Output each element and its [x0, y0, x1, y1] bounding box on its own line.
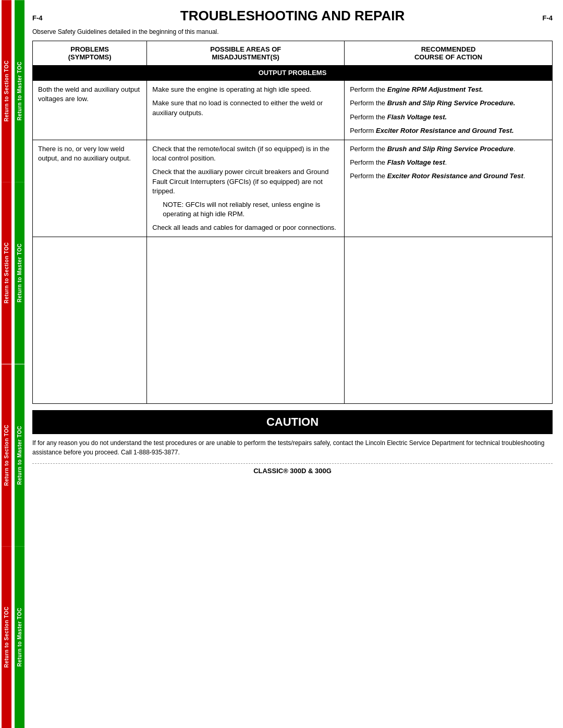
section-header-row: OUTPUT PROBLEMS — [33, 66, 553, 81]
caution-text: If for any reason you do not understand … — [32, 438, 553, 457]
sidebar-return-section-4[interactable]: Return to Section TOC — [2, 546, 11, 728]
table-row: There is no, or very low weld output, an… — [33, 140, 553, 237]
page-number-left: F-4 — [32, 14, 43, 22]
section-header-cell: OUTPUT PROBLEMS — [33, 66, 553, 81]
action-bold-4: Exciter Rotor Resistance and Ground Test… — [376, 127, 514, 134]
empty-cell-3 — [345, 237, 553, 404]
problem-cell-2: There is no, or very low weld output, an… — [33, 140, 147, 237]
sidebar-return-section-2[interactable]: Return to Section TOC — [2, 182, 11, 364]
sidebar-return-master-2[interactable]: Return to Master TOC — [15, 182, 25, 364]
caution-box: CAUTION — [32, 410, 553, 434]
sidebar-col-1: Return to Section TOC Return to Section … — [0, 0, 13, 728]
sidebar-return-master-4[interactable]: Return to Master TOC — [15, 546, 25, 728]
page-header: F-4 TROUBLESHOOTING AND REPAIR F-4 — [32, 8, 553, 24]
action-cell-2: Perform the Brush and Slip Ring Service … — [345, 140, 553, 237]
safety-note: Observe Safety Guidelines detailed in th… — [32, 28, 553, 35]
sidebar-return-master-1[interactable]: Return to Master TOC — [15, 0, 25, 182]
action-bold-3: Flash Voltage test. — [387, 113, 447, 121]
action-bold-7: Exciter Rotor Resistance and Ground Test — [387, 172, 523, 180]
sidebar-return-master-3[interactable]: Return to Master TOC — [15, 364, 25, 546]
table-row-empty — [33, 237, 553, 404]
problem-cell-1: Both the weld and auxiliary output volta… — [33, 81, 147, 140]
main-content: F-4 TROUBLESHOOTING AND REPAIR F-4 Obser… — [27, 0, 558, 480]
empty-cell-1 — [33, 237, 147, 404]
sidebar-col-2: Return to Master TOC Return to Master TO… — [13, 0, 26, 728]
col-header-action: RECOMMENDEDCOURSE OF ACTION — [345, 41, 553, 66]
action-bold-2: Brush and Slip Ring Service Procedure. — [387, 99, 516, 107]
troubleshoot-table: PROBLEMS(SYMPTOMS) POSSIBLE AREAS OFMISA… — [32, 41, 553, 404]
page-title: TROUBLESHOOTING AND REPAIR — [43, 8, 543, 24]
action-bold-6: Flash Voltage test — [387, 158, 445, 166]
col-header-problems: PROBLEMS(SYMPTOMS) — [33, 41, 147, 66]
page-footer: CLASSIC® 300D & 300G — [32, 467, 553, 475]
col-header-misadjust: POSSIBLE AREAS OFMISADJUSTMENT(S) — [147, 41, 345, 66]
action-bold-5: Brush and Slip Ring Service Procedure — [387, 145, 513, 153]
footer-divider — [32, 463, 553, 464]
sidebar-return-section-1[interactable]: Return to Section TOC — [2, 0, 11, 182]
action-cell-1: Perform the Engine RPM Adjustment Test. … — [345, 81, 553, 140]
empty-cell-2 — [147, 237, 345, 404]
misadjust-cell-2: Check that the remote/local switch (if s… — [147, 140, 345, 237]
sidebar-return-section-3[interactable]: Return to Section TOC — [2, 364, 11, 546]
misadjust-cell-1: Make sure the engine is operating at hig… — [147, 81, 345, 140]
page-number-right: F-4 — [543, 14, 553, 22]
table-row: Both the weld and auxiliary output volta… — [33, 81, 553, 140]
action-bold-1: Engine RPM Adjustment Test. — [387, 85, 483, 93]
